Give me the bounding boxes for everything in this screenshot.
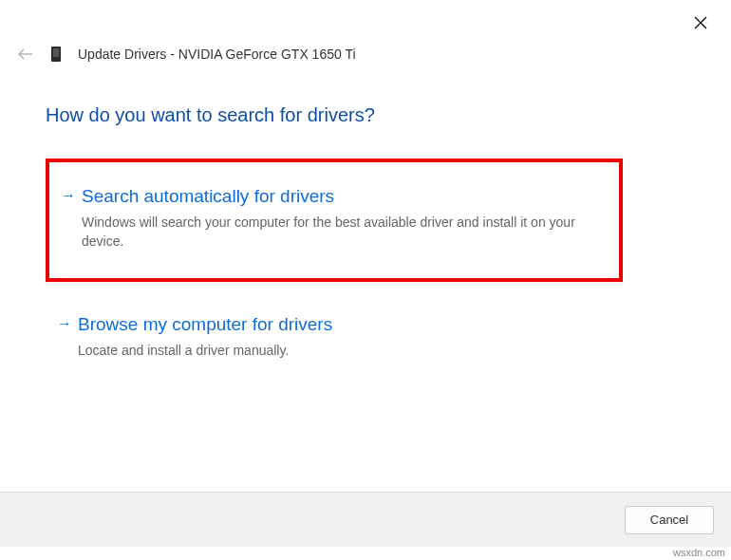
page-heading: How do you want to search for drivers? (46, 104, 375, 126)
arrow-right-icon: → (57, 315, 72, 332)
option-title: Search automatically for drivers (82, 185, 596, 209)
dialog-title: Update Drivers - NVIDIA GeForce GTX 1650… (78, 47, 356, 62)
option-browse-computer[interactable]: → Browse my computer for drivers Locate … (49, 304, 619, 379)
svg-rect-4 (53, 48, 59, 57)
option-description: Locate and install a driver manually. (78, 341, 596, 360)
dialog-header: Update Drivers - NVIDIA GeForce GTX 1650… (17, 46, 356, 63)
close-button[interactable] (691, 13, 710, 32)
close-icon (694, 16, 707, 29)
back-button[interactable] (17, 46, 34, 63)
option-description: Windows will search your computer for th… (82, 213, 596, 252)
dialog-footer: Cancel (0, 492, 731, 547)
device-icon (49, 46, 63, 63)
cancel-button[interactable]: Cancel (625, 506, 714, 534)
option-title: Browse my computer for drivers (78, 313, 596, 337)
arrow-right-icon: → (61, 187, 76, 204)
back-arrow-icon (18, 48, 33, 60)
watermark: wsxdn.com (673, 547, 725, 558)
option-search-automatically[interactable]: → Search automatically for drivers Windo… (46, 159, 623, 282)
